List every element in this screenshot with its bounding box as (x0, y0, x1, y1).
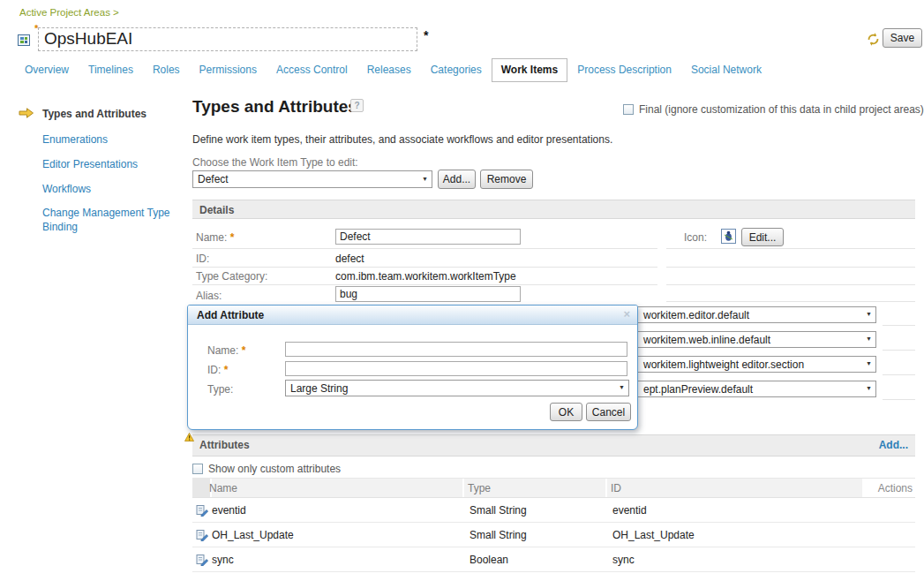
plan-preview-presentation-select[interactable]: ept.planPreview.default ▼ (618, 381, 876, 397)
edit-icon-button[interactable]: Edit... (741, 228, 784, 246)
show-custom-attributes-checkbox[interactable] (192, 464, 203, 474)
name-label: Name: * (196, 231, 234, 244)
sidebar-item-change-management-type-binding[interactable]: Change Management Type Binding (42, 206, 175, 234)
sidebar-item-workflows[interactable]: Workflows (42, 182, 184, 196)
cancel-button[interactable]: Cancel (586, 403, 631, 421)
tab-categories[interactable]: Categories (421, 58, 492, 82)
attribute-icon (196, 529, 208, 544)
ok-button[interactable]: OK (550, 403, 582, 421)
intro-text: Define work item types, their attributes… (192, 133, 612, 146)
tab-process-description[interactable]: Process Description (567, 58, 681, 82)
work-item-type-icon (721, 229, 736, 246)
column-header-type[interactable]: Type (468, 482, 491, 494)
project-area-icon (17, 33, 31, 49)
dialog-name-label: Name: * (207, 344, 245, 357)
chevron-down-icon: ▼ (422, 170, 428, 187)
tab-social-network[interactable]: Social Network (681, 58, 771, 82)
chevron-down-icon: ▼ (866, 331, 872, 347)
final-checkbox[interactable] (623, 104, 634, 115)
add-type-button[interactable]: Add... (438, 170, 476, 189)
chevron-down-icon: ▼ (866, 381, 872, 396)
tab-permissions[interactable]: Permissions (190, 58, 267, 82)
details-section-header: Details (192, 200, 915, 219)
tab-timelines[interactable]: Timelines (79, 58, 143, 82)
lightweight-presentation-select[interactable]: workitem.lightweight editor.section ▼ (618, 356, 876, 373)
sidebar-item-editor-presentations[interactable]: Editor Presentations (42, 157, 184, 171)
editor-presentation-select[interactable]: workitem.editor.default ▼ (618, 306, 876, 323)
dialog-type-label: Type: (207, 383, 233, 396)
filter-row: Show only custom attributes (192, 463, 341, 475)
current-section-arrow-icon (19, 107, 34, 122)
attribute-row-sync[interactable]: sync Boolean sync (192, 547, 915, 572)
type-name-input[interactable] (335, 229, 521, 245)
icon-label: Icon: (684, 231, 707, 244)
unsaved-changes-marker: * (424, 28, 428, 42)
warning-icon (184, 432, 194, 444)
add-attribute-link[interactable]: Add... (879, 439, 908, 451)
id-label: ID: (196, 253, 209, 265)
work-item-type-select[interactable]: Defect ▼ (192, 170, 432, 188)
dialog-id-label: ID: * (207, 364, 228, 376)
chevron-down-icon: ▼ (866, 306, 872, 322)
breadcrumb[interactable]: Active Project Areas > (19, 7, 119, 18)
dialog-type-select[interactable]: Large String ▼ (285, 380, 629, 396)
column-header-actions: Actions (878, 482, 913, 494)
project-area-editor: Active Project Areas > * OpsHubEAI * Sav… (0, 0, 924, 581)
dialog-title-bar: Add Attribute × (188, 306, 637, 325)
refresh-icon[interactable] (866, 32, 881, 49)
close-icon[interactable]: × (623, 307, 630, 321)
column-header-name[interactable]: Name (209, 482, 237, 494)
tab-work-items[interactable]: Work Items (492, 58, 567, 82)
show-custom-attributes-label: Show only custom attributes (208, 463, 341, 475)
add-attribute-dialog: Add Attribute × Name: * ID: * Type: Larg… (187, 305, 638, 430)
attributes-table-header: Name Type ID Actions (192, 478, 915, 498)
attribute-icon (196, 504, 208, 519)
column-header-id[interactable]: ID (611, 482, 621, 494)
attribute-icon (196, 554, 208, 569)
tab-access-control[interactable]: Access Control (267, 58, 357, 82)
inline-presentation-select[interactable]: workitem.web.inline.default ▼ (618, 331, 876, 348)
alias-label: Alias: (196, 290, 222, 302)
dialog-title: Add Attribute (197, 309, 264, 321)
alias-input[interactable] (335, 286, 521, 302)
type-chooser-label: Choose the Work Item Type to edit: (192, 156, 358, 169)
attributes-section-header: Attributes Add... (192, 434, 915, 456)
tab-overview[interactable]: Overview (15, 58, 79, 82)
attribute-row-oh-last-update[interactable]: OH_Last_Update Small String OH_Last_Upda… (192, 523, 915, 547)
tab-roles[interactable]: Roles (143, 58, 190, 82)
tab-bar: Overview Timelines Roles Permissions Acc… (0, 58, 924, 82)
save-button[interactable]: Save (883, 28, 922, 48)
remove-type-button[interactable]: Remove (480, 170, 533, 189)
tab-releases[interactable]: Releases (357, 58, 421, 82)
final-label: Final (ignore customization of this data… (639, 103, 924, 116)
dialog-name-input[interactable] (285, 342, 627, 357)
chevron-down-icon: ▼ (866, 356, 872, 372)
final-option-row: Final (ignore customization of this data… (623, 103, 924, 116)
attribute-row-eventid[interactable]: eventid Small String eventid (192, 498, 915, 523)
page-title: Types and Attributes (192, 97, 357, 117)
id-value: defect (335, 253, 364, 265)
sidebar-item-enumerations[interactable]: Enumerations (42, 132, 184, 147)
project-name-input[interactable]: OpsHubEAI (38, 27, 417, 51)
type-category-label: Type Category: (196, 270, 267, 283)
type-category-value: com.ibm.team.workitem.workItemType (335, 270, 516, 283)
sidebar-item-types-and-attributes[interactable]: Types and Attributes (42, 107, 184, 121)
dialog-id-input[interactable] (285, 361, 627, 376)
help-icon[interactable]: ? (350, 99, 364, 112)
chevron-down-icon: ▼ (619, 380, 625, 396)
